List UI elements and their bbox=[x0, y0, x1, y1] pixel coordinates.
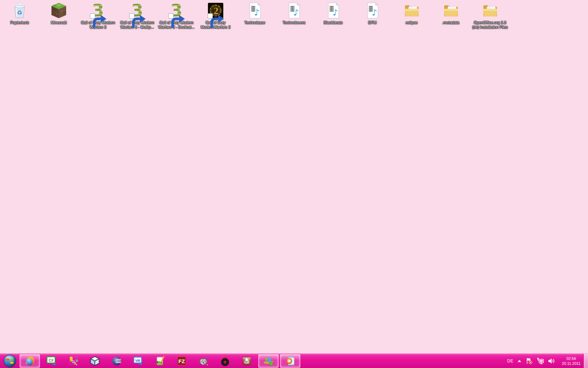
desktop-icon-label: OpenOffice.org 3.3 (de) Installation Fil… bbox=[471, 20, 509, 29]
start-button[interactable] bbox=[1, 354, 18, 368]
media-player-icon bbox=[285, 355, 296, 367]
svg-text:♻: ♻ bbox=[17, 9, 22, 16]
volume-icon[interactable] bbox=[548, 357, 555, 365]
system-tray: DE bbox=[507, 354, 582, 368]
svg-text:♪: ♪ bbox=[293, 8, 299, 18]
taskbar-button-virtualbox-cube[interactable] bbox=[85, 354, 105, 368]
svg-text:♪: ♪ bbox=[332, 8, 338, 18]
svg-text:VB: VB bbox=[135, 359, 140, 362]
taskbar-button-filezilla[interactable]: FZ bbox=[172, 354, 192, 368]
vinyl-record-icon bbox=[219, 355, 231, 367]
shortcut-arrow-icon bbox=[129, 13, 134, 19]
desktop-icon-label: DFM bbox=[353, 20, 392, 25]
desktop-icon-cod-mw3[interactable]: 3Call of Duty Modern Warfare 3 bbox=[78, 2, 118, 29]
notepadpp-icon: ⵌ++ bbox=[154, 355, 166, 367]
desktop-icon-openoffice-installation-files[interactable]: OpenOffice.org 3.3 (de) Installation Fil… bbox=[470, 2, 510, 29]
mw2-shortcut-icon: 2 bbox=[207, 2, 224, 19]
desktop-icon-label: .metadata bbox=[432, 20, 470, 25]
desktop-icon-papierkorb[interactable]: ♻Papierkorb bbox=[0, 2, 39, 25]
desktop-icon-label: eclipse bbox=[392, 20, 431, 25]
mp3-file-icon: MP3 bbox=[241, 355, 252, 367]
taskbar: C#VBⵌ++FZMP3 DE bbox=[0, 353, 588, 368]
messenger-buddies-icon bbox=[263, 355, 274, 367]
toolbox-icon bbox=[68, 355, 79, 367]
desktop-icon-technobase[interactable]: ♪Technobase bbox=[235, 2, 274, 25]
taskbar-button-windows-media-player[interactable] bbox=[280, 354, 300, 368]
taskbar-button-eclipse-ide[interactable] bbox=[106, 354, 127, 368]
desktop-icon-label: Papierkorb bbox=[0, 20, 39, 25]
mw3-shortcut-icon: 3 bbox=[129, 2, 146, 19]
mw3-shortcut-icon: 3 bbox=[90, 2, 106, 19]
desktop-icon-dfm[interactable]: ♪DFM bbox=[353, 2, 392, 25]
desktop-icon-label: Technolovers bbox=[275, 20, 313, 25]
taskbar-button-dev-toolbox[interactable] bbox=[63, 354, 83, 368]
taskbar-button-gimp[interactable] bbox=[193, 354, 214, 368]
folder-icon bbox=[482, 2, 498, 19]
desktop-icon-metadata[interactable]: .metadata bbox=[431, 2, 470, 25]
recycle-bin-icon: ♻ bbox=[11, 2, 28, 19]
svg-text:FZ: FZ bbox=[178, 358, 185, 364]
clock-time: 02:56 bbox=[560, 356, 582, 361]
svg-text:C#: C# bbox=[49, 359, 54, 362]
folder-icon bbox=[442, 2, 459, 19]
shortcut-arrow-icon bbox=[168, 13, 174, 19]
svg-text:♪: ♪ bbox=[254, 8, 259, 18]
desktop-icon-grid: ♻PapierkorbMinecraft3Call of Duty Modern… bbox=[0, 2, 588, 35]
mw3-shortcut-icon: 3 bbox=[168, 2, 185, 19]
svg-text:MP3: MP3 bbox=[245, 361, 249, 363]
csharp-ide-icon: C# bbox=[46, 355, 57, 367]
desktop-icon-blackbeats[interactable]: ♪Blackbeats bbox=[314, 2, 353, 25]
vb-icon: VB bbox=[133, 355, 144, 367]
action-center-flag-icon[interactable] bbox=[525, 357, 533, 365]
firefox-icon bbox=[24, 355, 35, 367]
desktop-icon-cod-mw3-multiplayer[interactable]: 3Call of Duty Modern Warfare 3 - Multip.… bbox=[118, 2, 157, 29]
taskbar-button-sharpdevelop-csharp[interactable]: C# bbox=[41, 354, 62, 368]
taskbar-buttons: C#VBⵌ++FZMP3 bbox=[1, 354, 300, 368]
clock[interactable]: 02:56 20.11.2011 bbox=[559, 356, 582, 366]
desktop-icon-cod-mw2[interactable]: 2Call of Duty ModernWarfare 2 bbox=[196, 2, 235, 29]
desktop-icon-cod-mw3-dedicated[interactable]: 3Call of Duty Modern Warfare 3 - Dedicat… bbox=[157, 2, 196, 29]
desktop-icon-eclipse[interactable]: eclipse bbox=[392, 2, 431, 25]
svg-text:♪: ♪ bbox=[372, 8, 377, 18]
desktop-icon-label: Minecraft bbox=[40, 20, 78, 25]
shortcut-arrow-icon bbox=[208, 13, 213, 19]
language-indicator[interactable]: DE bbox=[507, 359, 513, 363]
media-file-icon: ♪ bbox=[246, 2, 263, 19]
eclipse-sphere-icon bbox=[111, 355, 122, 367]
desktop-icon-label: Technobase bbox=[236, 20, 274, 25]
taskbar-button-notepad-plus-plus[interactable]: ⵌ++ bbox=[150, 354, 170, 368]
media-file-icon: ♪ bbox=[364, 2, 381, 19]
filezilla-icon: FZ bbox=[176, 355, 187, 367]
show-hidden-icons-chevron-icon[interactable] bbox=[518, 360, 521, 362]
show-desktop-button[interactable] bbox=[583, 354, 588, 368]
gimp-icon bbox=[198, 355, 209, 367]
desktop-icon-technolovers[interactable]: ♪Technolovers bbox=[274, 2, 314, 25]
taskbar-button-windows-live-messenger[interactable] bbox=[258, 354, 279, 368]
folder-icon bbox=[403, 2, 420, 19]
desktop-icon-minecraft[interactable]: Minecraft bbox=[39, 2, 78, 25]
clock-date: 20.11.2011 bbox=[560, 361, 582, 366]
shortcut-arrow-icon bbox=[90, 13, 95, 19]
desktop[interactable]: ♻PapierkorbMinecraft3Call of Duty Modern… bbox=[0, 0, 588, 368]
windows-start-orb-icon bbox=[3, 354, 16, 368]
taskbar-button-mp3-tool[interactable]: MP3 bbox=[237, 354, 257, 368]
blue-cube-icon bbox=[89, 355, 100, 367]
media-file-icon: ♪ bbox=[325, 2, 342, 19]
taskbar-button-visual-basic[interactable]: VB bbox=[128, 354, 148, 368]
taskbar-button-firefox[interactable] bbox=[20, 354, 40, 368]
taskbar-button-vinyl-music-app[interactable] bbox=[215, 354, 235, 368]
minecraft-icon bbox=[50, 2, 67, 19]
desktop-icon-label: Blackbeats bbox=[314, 20, 352, 25]
network-icon[interactable] bbox=[536, 357, 545, 365]
media-file-icon: ♪ bbox=[286, 2, 302, 19]
